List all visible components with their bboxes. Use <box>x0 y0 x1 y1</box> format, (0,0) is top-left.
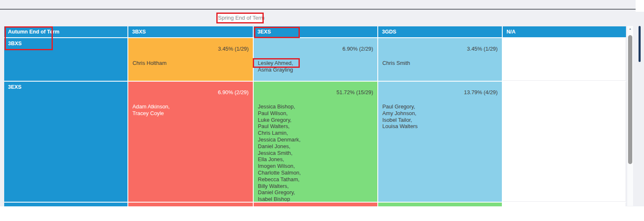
cell-student-names: Jessica Bishop, Paul Wilson, Luke Gregor… <box>254 103 377 202</box>
matrix-cell-3exs-to-3gds[interactable]: 13.79% (4/29) Paul Gregory, Amy Johnson,… <box>378 82 502 202</box>
term-selector-label[interactable]: Spring End of Term <box>217 13 264 23</box>
cell-student-names: Lesley Ahmed, Asma Grayling <box>254 60 377 73</box>
top-right-corner <box>636 0 644 12</box>
matrix-cell-3bxs-to-3exs[interactable]: 6.90% (2/29) Lesley Ahmed, Asma Grayling <box>254 38 377 81</box>
transition-matrix-table: Autumn End of Term 3BXS 3EXS 3GDS N/A 3B… <box>4 26 626 206</box>
matrix-cell-3bxs-to-3gds[interactable]: 3.45% (1/29) Chris Smith <box>378 38 502 81</box>
cell-percentage: 6.90% (2/29) <box>128 82 253 95</box>
matrix-cell-3bxs-to-3bxs[interactable]: 3.45% (1/29) Chris Holtham <box>128 38 253 81</box>
scrollbar-thumb[interactable] <box>628 35 632 164</box>
cell-student-names: Chris Smith <box>378 60 502 67</box>
cell-percentage: 3.45% (1/29) <box>128 38 253 52</box>
column-header-3exs[interactable]: 3EXS <box>254 26 377 37</box>
matrix-cell-partial-na[interactable] <box>503 203 626 206</box>
cell-percentage: 13.79% (4/29) <box>378 82 502 95</box>
column-header-3gds[interactable]: 3GDS <box>378 26 502 37</box>
cell-student-names: Adam Atkinson, Tracey Coyle <box>128 103 253 117</box>
matrix-cell-partial-3exs[interactable] <box>254 203 377 206</box>
matrix-cell-3bxs-to-na[interactable] <box>503 38 626 81</box>
scroll-up-arrow-icon[interactable]: ▲ <box>627 27 633 30</box>
matrix-cell-3exs-to-na[interactable] <box>503 82 626 202</box>
cell-percentage <box>503 38 626 46</box>
top-divider-line <box>0 9 636 10</box>
row-header-3exs[interactable]: 3EXS <box>4 82 127 202</box>
cell-student-names: Paul Gregory, Amy Johnson, Isobel Tailor… <box>378 103 502 130</box>
cell-student-names: Chris Holtham <box>128 60 253 67</box>
cell-percentage: 51.72% (15/29) <box>254 82 377 95</box>
outer-scrollbar-thumb[interactable] <box>639 26 641 62</box>
vertical-scrollbar[interactable]: ▲ <box>627 26 633 206</box>
column-header-na[interactable]: N/A <box>503 26 626 37</box>
cell-percentage: 3.45% (1/29) <box>378 38 502 52</box>
cell-percentage <box>503 82 626 89</box>
corner-header-autumn-end-of-term[interactable]: Autumn End of Term <box>4 26 127 37</box>
row-header-3bxs[interactable]: 3BXS <box>4 38 127 81</box>
row-header-partial[interactable] <box>4 203 127 206</box>
matrix-cell-3exs-to-3exs[interactable]: 51.72% (15/29) Jessica Bishop, Paul Wils… <box>254 82 377 202</box>
matrix-cell-partial-3gds[interactable] <box>378 203 502 206</box>
matrix-cell-3exs-to-3bxs[interactable]: 6.90% (2/29) Adam Atkinson, Tracey Coyle <box>128 82 253 202</box>
cell-percentage: 6.90% (2/29) <box>254 38 377 52</box>
column-header-3bxs[interactable]: 3BXS <box>128 26 253 37</box>
matrix-cell-partial-3bxs[interactable] <box>128 203 253 206</box>
